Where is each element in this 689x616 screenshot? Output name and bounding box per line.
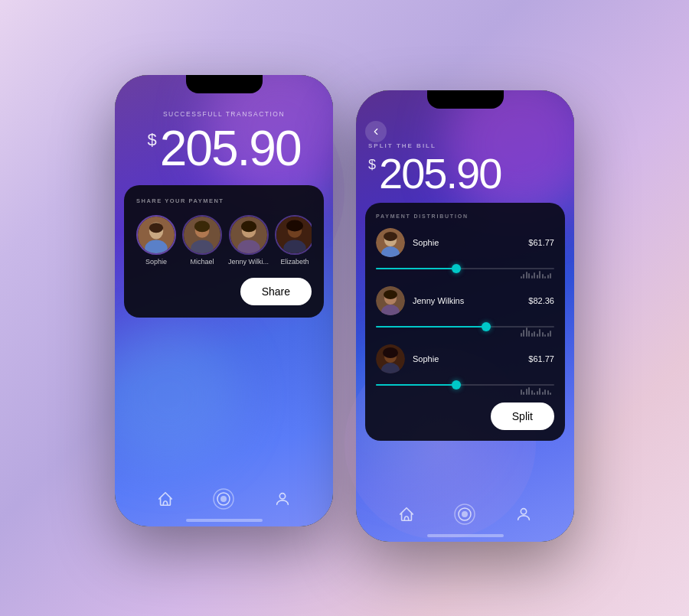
amount-display: $ 205.90 bbox=[115, 118, 333, 173]
slider-thumb-sophie2[interactable] bbox=[452, 380, 461, 389]
person-avatar-jenny bbox=[376, 286, 405, 315]
svg-point-19 bbox=[220, 496, 227, 502]
avatar-elizabeth[interactable] bbox=[275, 215, 312, 255]
avatars-row: Sophie Michael bbox=[136, 215, 312, 266]
person-name-sophie1: Sophie bbox=[413, 238, 439, 247]
slider-track-sophie2 bbox=[376, 384, 554, 386]
person-info-sophie: Sophie $61.77 bbox=[376, 228, 554, 257]
avatar-elizabeth-name: Elizabeth bbox=[281, 258, 309, 266]
mini-bars-sophie bbox=[521, 268, 552, 279]
person-row-sophie2: Sophie $61.77 bbox=[376, 344, 554, 392]
avatar-item-sophie[interactable]: Sophie bbox=[136, 215, 176, 266]
svg-point-36 bbox=[521, 508, 526, 513]
person-info-jenny: Jenny Wilkins $82.36 bbox=[376, 286, 554, 315]
split-label: SPLIT THE BILL bbox=[368, 142, 562, 149]
svg-point-32 bbox=[383, 347, 398, 358]
person-amount-jenny: $82.36 bbox=[528, 296, 554, 305]
home-indicator-right bbox=[427, 534, 504, 537]
mini-bars-jenny bbox=[521, 326, 552, 337]
home-indicator bbox=[186, 519, 263, 522]
split-button[interactable]: Split bbox=[491, 403, 554, 430]
avatar-jenny[interactable] bbox=[229, 215, 269, 255]
share-button[interactable]: Share bbox=[240, 278, 312, 305]
home-nav-icon[interactable] bbox=[153, 487, 178, 511]
slider-thumb-sophie[interactable] bbox=[452, 264, 461, 273]
profile-nav-icon[interactable] bbox=[270, 487, 295, 511]
wave-nav-icon[interactable] bbox=[208, 484, 239, 514]
share-button-row: Share bbox=[136, 278, 312, 305]
right-amount-value: 205.90 bbox=[379, 152, 501, 195]
avatar-michael[interactable] bbox=[182, 215, 222, 255]
svg-point-4 bbox=[149, 223, 163, 233]
notch bbox=[186, 75, 263, 93]
person-left-sophie2: Sophie bbox=[376, 344, 439, 373]
slider-fill-sophie2 bbox=[376, 384, 456, 386]
slider-thumb-jenny[interactable] bbox=[482, 322, 491, 331]
avatar-michael-name: Michael bbox=[190, 258, 214, 266]
svg-point-28 bbox=[384, 290, 397, 299]
slider-track-sophie bbox=[376, 268, 554, 269]
amount-value: 205.90 bbox=[160, 124, 301, 173]
person-row-sophie: Sophie $61.77 bbox=[376, 228, 554, 275]
profile-nav-icon-right[interactable] bbox=[511, 502, 536, 526]
slider-sophie[interactable] bbox=[376, 262, 554, 275]
slider-fill-jenny bbox=[376, 326, 486, 328]
payment-distribution-card: PAYMENT DISTRIBUTION bbox=[365, 203, 565, 441]
mini-bars-sophie2 bbox=[521, 384, 552, 395]
avatar-item-michael[interactable]: Michael bbox=[182, 215, 222, 266]
dist-card-title: PAYMENT DISTRIBUTION bbox=[376, 213, 554, 219]
svg-point-16 bbox=[286, 220, 303, 231]
person-row-jenny: Jenny Wilkins $82.36 bbox=[376, 286, 554, 334]
avatar-sophie[interactable] bbox=[136, 215, 176, 255]
right-top-section: SPLIT THE BILL $ 205.90 bbox=[356, 142, 574, 195]
dollar-sign: $ bbox=[148, 130, 157, 150]
home-nav-icon-right[interactable] bbox=[394, 502, 419, 526]
slider-sophie2[interactable] bbox=[376, 378, 554, 392]
share-card-title: SHARE YOUR PAYMENT bbox=[136, 197, 312, 204]
svg-point-24 bbox=[384, 232, 397, 241]
person-avatar-sophie bbox=[376, 228, 405, 257]
bottom-nav-right bbox=[356, 499, 574, 530]
transaction-label: SUCCESSFULL TRANSACTION bbox=[115, 110, 333, 118]
slider-track-jenny bbox=[376, 326, 554, 328]
person-left-sophie: Sophie bbox=[376, 228, 439, 257]
person-avatar-elizabeth bbox=[376, 344, 405, 373]
wave-nav-icon-right[interactable] bbox=[449, 499, 480, 530]
right-phone: SPLIT THE BILL $ 205.90 PAYMENT DISTRIBU… bbox=[356, 90, 574, 542]
share-payment-card: SHARE YOUR PAYMENT bbox=[124, 185, 324, 318]
slider-jenny[interactable] bbox=[376, 320, 554, 334]
person-amount-sophie1: $61.77 bbox=[528, 238, 554, 247]
split-button-row: Split bbox=[376, 403, 554, 430]
back-button[interactable] bbox=[365, 121, 387, 142]
svg-point-20 bbox=[279, 493, 285, 498]
notch-right bbox=[427, 90, 504, 109]
person-left-jenny: Jenny Wilkins bbox=[376, 286, 464, 315]
avatar-item-jenny[interactable]: Jenny Wilki... bbox=[228, 215, 269, 266]
slider-fill-sophie bbox=[376, 268, 456, 269]
avatar-jenny-name: Jenny Wilki... bbox=[228, 258, 269, 266]
svg-point-8 bbox=[194, 220, 210, 232]
right-dollar-sign: $ bbox=[368, 157, 376, 173]
avatar-item-elizabeth[interactable]: Elizabeth bbox=[275, 215, 312, 266]
left-phone: SUCCESSFULL TRANSACTION $ 205.90 SHARE Y… bbox=[115, 75, 333, 526]
person-amount-sophie2: $61.77 bbox=[528, 354, 554, 363]
person-name-sophie2: Sophie bbox=[413, 354, 439, 363]
person-info-sophie2: Sophie $61.77 bbox=[376, 344, 554, 373]
svg-point-35 bbox=[462, 511, 468, 517]
person-name-jenny: Jenny Wilkins bbox=[413, 296, 464, 305]
avatar-sophie-name: Sophie bbox=[145, 258, 167, 266]
svg-point-12 bbox=[240, 220, 256, 232]
bottom-nav bbox=[115, 484, 333, 514]
